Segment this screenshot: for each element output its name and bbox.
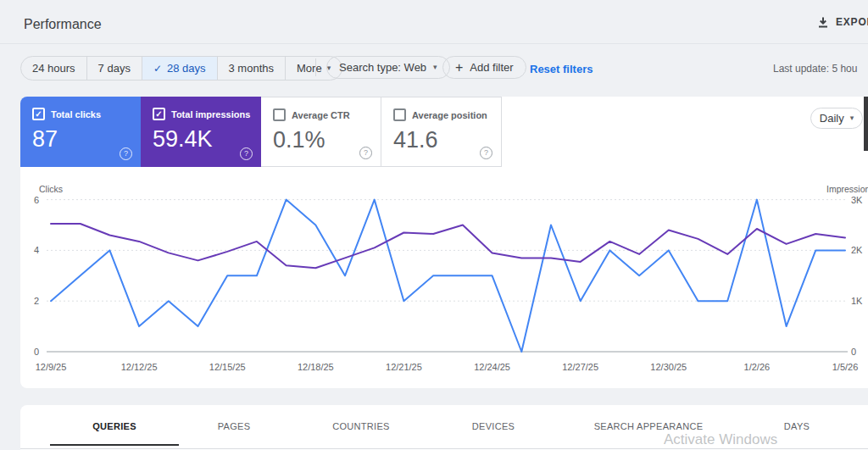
help-icon[interactable]: ? [120,147,132,160]
metric-label: Total clicks [51,109,101,119]
x-axis-tick: 12/21/25 [386,362,422,372]
reset-filters-link[interactable]: Reset filters [530,63,593,75]
search-type-label: Search type: Web [339,61,426,74]
metric-card-average-position[interactable]: Average position41.6? [381,97,502,167]
help-icon[interactable]: ? [359,147,372,159]
checked-checkbox[interactable]: ✓ [32,108,45,120]
metric-card-total-impressions[interactable]: ✓Total impressions59.4K? [141,97,261,167]
metric-label: Total impressions [171,109,250,119]
x-axis-tick: 12/27/25 [562,362,598,372]
check-icon: ✓ [153,63,162,75]
x-axis-tick: 12/12/25 [121,362,158,372]
left-axis-tick: 6 [34,195,39,205]
metric-value: 0.1% [273,127,369,153]
granularity-dropdown[interactable]: Daily ▾ [810,108,863,129]
metric-cards: ✓Total clicks87?✓Total impressions59.4K?… [20,97,502,167]
tab-devices[interactable]: DEVICES [472,421,515,431]
filter-divider [315,58,316,76]
granularity-label: Daily [820,112,844,125]
metric-card-total-clicks[interactable]: ✓Total clicks87? [20,97,141,167]
export-button[interactable]: EXPORT [817,16,868,28]
help-icon[interactable]: ? [480,147,492,159]
metric-checkbox-row: ✓Total clicks [32,108,129,120]
tab-search-appearance[interactable]: SEARCH APPEARANCE [594,421,704,431]
chevron-down-icon: ▾ [850,114,854,122]
metric-card-average-ctr[interactable]: Average CTR0.1%? [261,97,381,167]
page-title: Performance [24,17,102,32]
x-axis-tick: 12/15/25 [209,362,246,372]
help-icon[interactable]: ? [240,147,253,160]
tab-pages[interactable]: PAGES [218,421,251,431]
download-icon [817,16,829,28]
date-range-chips: 24 hours7 days✓28 days3 monthsMore▾ [20,56,342,81]
tab-days[interactable]: DAYS [784,421,810,431]
header-divider [0,43,868,44]
left-axis-tick: 0 [34,347,39,357]
performance-chart: 024601K2K3K12/9/2512/12/2512/15/2512/18/… [0,178,868,390]
date-range-24-hours[interactable]: 24 hours [21,57,87,80]
x-axis-tick: 12/24/25 [474,362,510,372]
left-axis-tick: 4 [34,245,39,255]
search-type-dropdown[interactable]: Search type: Web ▾ [326,56,450,79]
tab-countries[interactable]: COUNTRIES [332,421,389,431]
metric-checkbox-row: Average CTR [273,108,369,121]
more-label: More [297,62,322,75]
tabs-bottom-divider [20,448,868,449]
unchecked-checkbox[interactable] [393,108,406,121]
x-axis-tick: 1/5/26 [832,362,859,372]
right-axis-tick: 1K [851,296,863,306]
metric-label: Average position [412,110,487,120]
add-filter-button[interactable]: + Add filter [442,56,526,79]
metric-checkbox-row: ✓Total impressions [153,108,249,120]
checked-checkbox[interactable]: ✓ [153,108,165,120]
right-axis-tick: 2K [851,245,863,255]
export-label: EXPORT [836,16,868,28]
right-axis-tick: 3K [851,195,863,205]
date-range-label: 7 days [98,62,131,75]
impressions-line [51,224,845,268]
clicks-line [51,200,845,352]
tab-queries[interactable]: QUERIES [92,421,136,431]
date-range-7-days[interactable]: 7 days [87,57,142,80]
plus-icon: + [455,61,463,75]
x-axis-tick: 12/9/25 [36,362,67,372]
x-axis-tick: 1/2/26 [744,362,771,372]
date-range-label: 3 months [229,62,274,75]
x-axis-tick: 12/18/25 [298,362,334,372]
metric-label: Average CTR [292,110,350,120]
date-range-label: 24 hours [32,62,75,75]
metric-checkbox-row: Average position [393,108,489,121]
metric-value: 59.4K [153,126,249,153]
right-axis-tick: 0 [851,347,856,357]
last-update-text: Last update: 5 hou [773,63,857,75]
metric-value: 41.6 [393,127,489,153]
chevron-down-icon: ▾ [433,64,437,71]
date-range-28-days[interactable]: ✓28 days [142,57,218,80]
unchecked-checkbox[interactable] [273,108,286,121]
search-console-performance-page: { "header": { "title": "Performance", "e… [0,0,868,450]
x-axis-tick: 12/30/25 [650,362,687,372]
left-axis-tick: 2 [34,296,39,306]
active-tab-underline [50,444,179,446]
date-range-label: 28 days [167,62,206,75]
window-edge-artifact [864,97,868,151]
metric-value: 87 [32,126,129,153]
activate-windows-watermark: Activate Windows [664,431,777,448]
date-range-3-months[interactable]: 3 months [218,57,286,80]
add-filter-label: Add filter [470,61,513,74]
